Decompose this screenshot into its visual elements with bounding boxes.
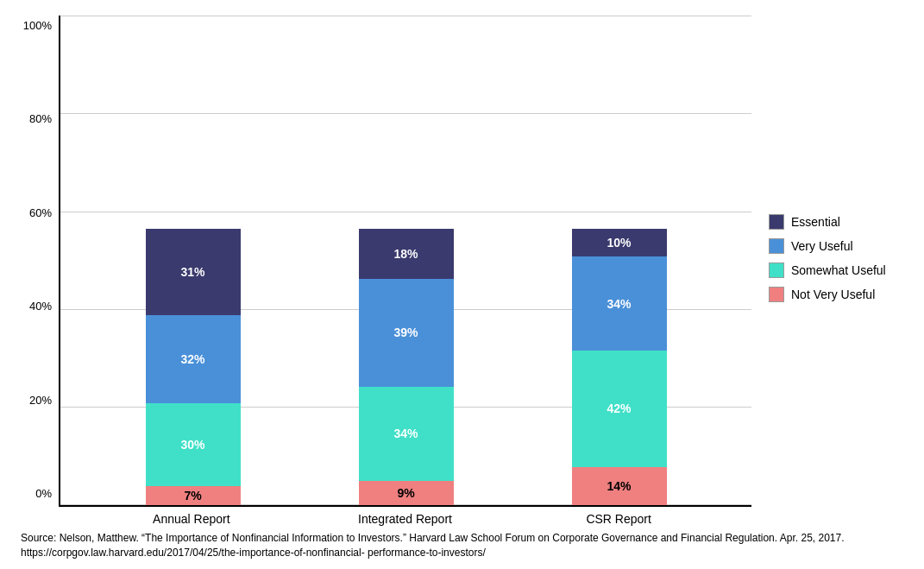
bars-and-grid: 7%30%32%31%9%34%39%18%14%42%34%10% xyxy=(59,16,751,507)
bar-segment-not-very: 9% xyxy=(359,481,454,506)
bar-segment-essential: 18% xyxy=(359,229,454,279)
x-axis-label: Annual Report xyxy=(131,512,252,526)
legend: EssentialVery UsefulSomewhat UsefulNot V… xyxy=(751,16,907,526)
bar-segment-not-very: 7% xyxy=(146,486,241,505)
chart-inner: 7%30%32%31%9%34%39%18%14%42%34%10% Annua… xyxy=(59,16,751,526)
bar-segment-very-useful: 32% xyxy=(146,315,241,403)
legend-label: Essential xyxy=(791,215,840,229)
y-axis-label: 80% xyxy=(29,112,52,125)
chart-area: 100%80%60%40%20%0% 7%30%32%31%9%34%39%18… xyxy=(17,16,907,526)
legend-label: Somewhat Useful xyxy=(791,263,886,277)
legend-color-box xyxy=(769,287,784,302)
legend-color-box xyxy=(769,214,784,230)
y-axis-label: 100% xyxy=(23,19,52,32)
x-axis-label: Integrated Report xyxy=(344,512,465,526)
bar-segment-somewhat: 42% xyxy=(572,351,667,466)
legend-item: Not Very Useful xyxy=(769,287,907,302)
legend-item: Somewhat Useful xyxy=(769,262,907,278)
legend-label: Not Very Useful xyxy=(791,288,875,301)
bars-container: 7%30%32%31%9%34%39%18%14%42%34%10% xyxy=(60,16,751,505)
legend-color-box xyxy=(769,262,784,278)
bar-group: 9%34%39%18% xyxy=(346,229,467,505)
bar-segment-not-very: 14% xyxy=(572,467,667,506)
bar-segment-essential: 31% xyxy=(146,229,241,314)
bar-segment-somewhat: 34% xyxy=(359,387,454,481)
y-axis: 100%80%60%40%20%0% xyxy=(17,16,59,526)
legend-color-box xyxy=(769,238,784,254)
legend-item: Very Useful xyxy=(769,238,907,254)
y-axis-label: 40% xyxy=(29,300,52,313)
chart-with-axes: 100%80%60%40%20%0% 7%30%32%31%9%34%39%18… xyxy=(17,16,751,526)
y-axis-label: 20% xyxy=(29,394,52,407)
stacked-bar: 7%30%32%31% xyxy=(146,229,241,505)
stacked-bar: 9%34%39%18% xyxy=(359,229,454,505)
legend-item: Essential xyxy=(769,214,907,230)
bar-segment-very-useful: 34% xyxy=(572,256,667,351)
source-text: Source: Nelson, Matthew. “The Importance… xyxy=(17,531,907,560)
y-axis-label: 0% xyxy=(35,487,52,500)
legend-label: Very Useful xyxy=(791,239,853,253)
bar-segment-essential: 10% xyxy=(572,229,667,256)
y-axis-label: 60% xyxy=(29,206,52,219)
bar-group: 14%42%34%10% xyxy=(559,229,680,505)
x-axis-label: CSR Report xyxy=(558,512,679,526)
bar-group: 7%30%32%31% xyxy=(133,229,254,505)
bar-segment-very-useful: 39% xyxy=(359,279,454,387)
bar-segment-somewhat: 30% xyxy=(146,403,241,486)
x-labels: Annual ReportIntegrated ReportCSR Report xyxy=(59,507,751,526)
stacked-bar: 14%42%34%10% xyxy=(572,229,667,505)
